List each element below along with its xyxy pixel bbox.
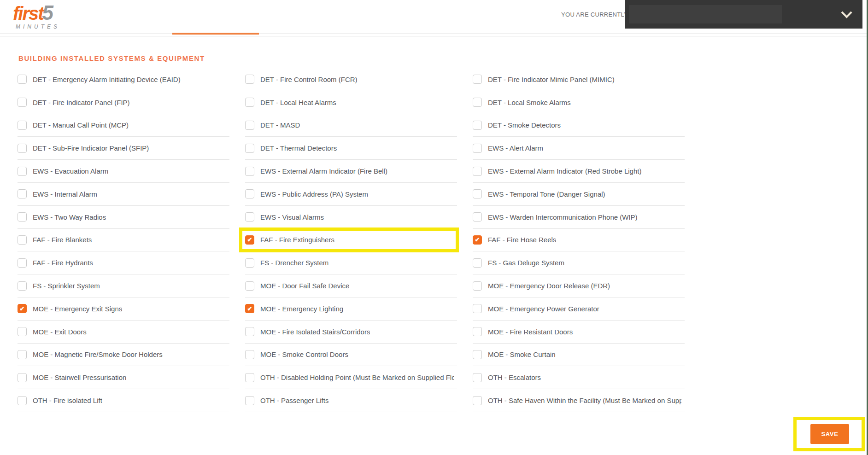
checkbox-unchecked[interactable] — [18, 167, 27, 176]
equipment-label: OTH - Safe Haven Within the Facility (Mu… — [488, 397, 681, 404]
checkbox-unchecked[interactable] — [18, 350, 27, 359]
checkbox-unchecked[interactable] — [18, 144, 27, 153]
checkbox-unchecked[interactable] — [18, 258, 27, 268]
selected-account-value — [629, 5, 782, 23]
equipment-label: FAF - Fire Hydrants — [33, 259, 93, 267]
equipment-row: EWS - Two Way Radios — [18, 206, 229, 229]
equipment-label: EWS - Temporal Tone (Danger Signal) — [488, 190, 605, 198]
equipment-row: DET - Local Smoke Alarms — [473, 91, 685, 114]
account-selector-dropdown[interactable] — [625, 0, 862, 29]
equipment-row: DET - Sub-Fire Indicator Panel (SFIP) — [18, 137, 229, 160]
checkbox-unchecked[interactable] — [473, 167, 482, 176]
equipment-label: MOE - Emergency Power Generator — [488, 305, 599, 313]
equipment-label: DET - Fire Control Room (FCR) — [260, 76, 358, 83]
equipment-label: DET - Sub-Fire Indicator Panel (SFIP) — [33, 144, 149, 152]
checkbox-unchecked[interactable] — [473, 212, 482, 222]
checkbox-checked[interactable]: ✔ — [245, 304, 254, 313]
equipment-label: EWS - Evacuation Alarm — [33, 167, 108, 175]
equipment-row: MOE - Stairwell Pressurisation — [18, 366, 229, 389]
checkbox-unchecked[interactable] — [245, 396, 254, 405]
equipment-label: FAF - Fire Extinguishers — [260, 236, 334, 244]
checkbox-checked[interactable]: ✔ — [245, 235, 254, 245]
equipment-row: EWS - Temporal Tone (Danger Signal) — [473, 183, 685, 206]
checkbox-unchecked[interactable] — [473, 98, 482, 107]
checkbox-unchecked[interactable] — [245, 327, 254, 336]
checkbox-unchecked[interactable] — [473, 75, 482, 84]
equipment-label: EWS - Two Way Radios — [33, 213, 106, 221]
equipment-label: FAF - Fire Hose Reels — [488, 236, 556, 244]
checkbox-unchecked[interactable] — [18, 121, 27, 130]
equipment-label: DET - MASD — [260, 121, 300, 129]
checkbox-unchecked[interactable] — [473, 281, 482, 291]
checkbox-unchecked[interactable] — [473, 144, 482, 153]
checkbox-unchecked[interactable] — [18, 189, 27, 198]
equipment-grid: DET - Emergency Alarm Initiating Device … — [18, 68, 685, 412]
checkbox-unchecked[interactable] — [18, 98, 27, 107]
checkbox-unchecked[interactable] — [245, 350, 254, 359]
equipment-row: FS - Drencher System — [245, 251, 457, 274]
checkbox-unchecked[interactable] — [18, 212, 27, 222]
equipment-label: MOE - Smoke Control Doors — [260, 350, 348, 358]
checkbox-unchecked[interactable] — [18, 75, 27, 84]
equipment-row: OTH - Passenger Lifts — [245, 389, 457, 412]
equipment-label: EWS - External Alarm Indicator (Fire Bel… — [260, 167, 387, 175]
equipment-label: MOE - Stairwell Pressurisation — [33, 373, 126, 381]
first5minutes-logo[interactable]: first5 MINUTES — [13, 3, 60, 29]
equipment-row: DET - Smoke Detectors — [473, 114, 685, 137]
checkbox-unchecked[interactable] — [473, 189, 482, 198]
equipment-row: DET - Local Heat Alarms — [245, 91, 457, 114]
equipment-label: OTH - Fire isolated Lift — [33, 397, 102, 404]
checkbox-unchecked[interactable] — [18, 235, 27, 245]
checkbox-unchecked[interactable] — [245, 258, 254, 268]
checkbox-unchecked[interactable] — [245, 281, 254, 291]
logo-minutes: MINUTES — [13, 24, 60, 29]
equipment-column: DET - Emergency Alarm Initiating Device … — [18, 68, 229, 412]
active-tab-indicator — [172, 33, 259, 35]
equipment-row: EWS - Internal Alarm — [18, 183, 229, 206]
checkbox-unchecked[interactable] — [473, 258, 482, 268]
equipment-label: EWS - External Alarm Indicator (Red Stro… — [488, 167, 641, 175]
equipment-row: DET - Fire Indicator Mimic Panel (MIMIC) — [473, 68, 685, 91]
checkbox-checked[interactable]: ✔ — [18, 304, 27, 313]
checkbox-unchecked[interactable] — [245, 167, 254, 176]
equipment-row: DET - Emergency Alarm Initiating Device … — [18, 68, 229, 91]
section-title: BUILDING INSTALLED SYSTEMS & EQUIPMENT — [18, 54, 205, 62]
equipment-row: DET - Fire Indicator Panel (FIP) — [18, 91, 229, 114]
checkbox-checked[interactable]: ✔ — [473, 235, 482, 245]
checkbox-unchecked[interactable] — [473, 121, 482, 130]
checkbox-unchecked[interactable] — [473, 373, 482, 382]
equipment-label: DET - Local Heat Alarms — [260, 99, 336, 106]
checkbox-unchecked[interactable] — [245, 75, 254, 84]
checkbox-unchecked[interactable] — [473, 350, 482, 359]
equipment-row: MOE - Smoke Curtain — [473, 344, 685, 367]
equipment-label: MOE - Emergency Lighting — [260, 305, 343, 313]
equipment-row: MOE - Emergency Door Release (EDR) — [473, 274, 685, 298]
checkbox-unchecked[interactable] — [473, 327, 482, 336]
equipment-label: DET - Thermal Detectors — [260, 144, 337, 152]
logo-first: first — [13, 3, 43, 23]
equipment-label: MOE - Emergency Door Release (EDR) — [488, 282, 610, 290]
checkbox-unchecked[interactable] — [245, 121, 254, 130]
checkbox-unchecked[interactable] — [473, 304, 482, 313]
logo-five: 5 — [42, 1, 53, 24]
equipment-label: MOE - Door Fail Safe Device — [260, 282, 349, 290]
equipment-row: MOE - Exit Doors — [18, 321, 229, 344]
checkbox-unchecked[interactable] — [245, 189, 254, 198]
equipment-label: OTH - Escalators — [488, 373, 541, 381]
equipment-row: FAF - Fire Blankets — [18, 229, 229, 252]
checkbox-unchecked[interactable] — [245, 212, 254, 222]
equipment-row: EWS - External Alarm Indicator (Red Stro… — [473, 160, 685, 183]
checkbox-unchecked[interactable] — [18, 281, 27, 291]
checkbox-unchecked[interactable] — [18, 373, 27, 382]
checkbox-unchecked[interactable] — [245, 98, 254, 107]
checkbox-unchecked[interactable] — [473, 396, 482, 405]
equipment-label: MOE - Magnetic Fire/Smoke Door Holders — [33, 350, 163, 358]
checkbox-unchecked[interactable] — [245, 144, 254, 153]
checkbox-unchecked[interactable] — [18, 327, 27, 336]
equipment-row: DET - Fire Control Room (FCR) — [245, 68, 457, 91]
save-button[interactable]: SAVE — [810, 424, 849, 444]
equipment-row: OTH - Escalators — [473, 366, 685, 389]
equipment-row: MOE - Fire Resistant Doors — [473, 321, 685, 344]
checkbox-unchecked[interactable] — [18, 396, 27, 405]
checkbox-unchecked[interactable] — [245, 373, 254, 382]
